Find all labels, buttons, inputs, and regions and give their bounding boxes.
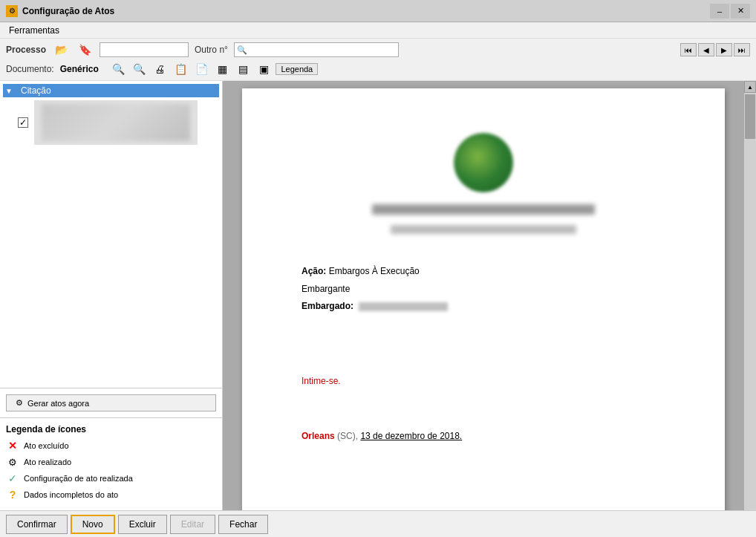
doc-location: Orleans (SC), 13 de dezembro de 2018.: [302, 431, 665, 441]
acao-label: Ação:: [302, 266, 326, 276]
tree-citacao[interactable]: ▼ Citação: [3, 84, 219, 97]
window-title: Configuração de Atos: [22, 6, 710, 16]
main-content: ▼ Citação ✓ ⚙ Gerar atos agora Legenda d…: [0, 81, 756, 510]
processo-label: Processo: [6, 45, 46, 55]
view2-icon[interactable]: ▤: [234, 61, 252, 77]
city-text: Orleans: [302, 431, 335, 441]
toolbar: Processo 📂 🔖 Outro n° 🔍 ⏮ ◀ ▶ ⏭ Document…: [0, 39, 756, 81]
embargante-label: Embargante: [302, 284, 350, 294]
gerar-label: Gerar atos agora: [27, 399, 89, 408]
zoom-out-icon[interactable]: 🔍: [109, 61, 127, 77]
copy-icon[interactable]: 📋: [172, 61, 189, 77]
ferramentas-menu[interactable]: Ferramentas: [3, 24, 65, 37]
excluir-button[interactable]: Excluir: [118, 515, 167, 534]
tree-area: ▼ Citação ✓: [0, 81, 222, 388]
zoom-in-icon[interactable]: 🔍: [130, 61, 148, 77]
nav-prev-button[interactable]: ◀: [698, 43, 714, 56]
fechar-button[interactable]: Fechar: [218, 515, 268, 534]
scroll-thumb[interactable]: [745, 94, 755, 139]
scroll-up-arrow[interactable]: ▲: [744, 81, 756, 93]
legend-item-incompleto: ? Dados incompletos do ato: [6, 488, 216, 501]
acao-value: Embargos À Execução: [329, 266, 420, 276]
search-icon[interactable]: 🔍: [235, 45, 250, 55]
legend-area: Legenda de ícones ✕ Ato excluído ⚙ Ato r…: [0, 417, 222, 510]
child-preview: [34, 100, 198, 145]
outro-label: Outro n°: [195, 45, 228, 55]
doc-action: Intime-se.: [302, 376, 665, 386]
acao-line: Ação: Embargos À Execução: [302, 264, 665, 280]
blurred-preview-image: [42, 104, 190, 141]
gerar-icon: ⚙: [16, 398, 23, 408]
editar-button[interactable]: Editar: [170, 515, 215, 534]
document-page: Ação: Embargos À Execução Embargante Emb…: [242, 88, 725, 510]
nav-first-button[interactable]: ⏮: [680, 43, 697, 56]
legend-item-configuracao: ✓ Configuração de ato realizada: [6, 472, 216, 485]
legend-title: Legenda de ícones: [6, 424, 216, 435]
gear-icon: ⚙: [8, 457, 17, 468]
incompleto-icon: ?: [6, 488, 19, 501]
tree-checkbox[interactable]: ✓: [18, 117, 28, 128]
doc-header-text1: [372, 204, 595, 215]
legenda-button[interactable]: Legenda: [276, 63, 318, 75]
realizado-icon: ⚙: [6, 455, 19, 469]
actions-area: ⚙ Gerar atos agora: [0, 388, 222, 417]
doc-body: Ação: Embargos À Execução Embargante Emb…: [302, 264, 665, 315]
nav-next-button[interactable]: ▶: [716, 43, 732, 56]
app-icon: ⚙: [6, 5, 18, 17]
doc-scroll-area[interactable]: Ação: Embargos À Execução Embargante Emb…: [223, 81, 744, 510]
view1-icon[interactable]: ▦: [213, 61, 231, 77]
processo-input[interactable]: [100, 42, 189, 57]
novo-button[interactable]: Novo: [71, 515, 115, 534]
nav-last-button[interactable]: ⏭: [734, 43, 750, 56]
legend-item-realizado: ⚙ Ato realizado: [6, 455, 216, 469]
tree-citacao-label: Citação: [18, 84, 219, 97]
date-text: 13 de dezembro de 2018.: [360, 431, 462, 441]
right-panel: Ação: Embargos À Execução Embargante Emb…: [223, 81, 756, 510]
paste-icon[interactable]: 📄: [192, 61, 210, 77]
documento-label: Documento:: [6, 64, 54, 74]
bookmark-icon[interactable]: 🔖: [76, 42, 94, 58]
excluido-label: Ato excluído: [24, 441, 69, 450]
view3-icon[interactable]: ▣: [255, 61, 273, 77]
realizado-label: Ato realizado: [24, 458, 71, 466]
window-controls: – ✕: [710, 4, 750, 19]
x-icon: ✕: [8, 440, 17, 452]
doc-header-text2: [391, 225, 576, 234]
embargado-label: Embargado:: [302, 301, 353, 311]
intime-se-text: Intime-se.: [302, 376, 341, 386]
excluido-icon: ✕: [6, 439, 19, 452]
tree-child: ✓: [18, 100, 219, 145]
minimize-button[interactable]: –: [710, 4, 729, 19]
check-icon: ✓: [8, 472, 17, 484]
configuracao-icon: ✓: [6, 472, 19, 485]
print-icon[interactable]: 🖨: [151, 61, 169, 77]
confirmar-button[interactable]: Confirmar: [6, 515, 68, 534]
doc-header: [302, 133, 665, 234]
outro-input[interactable]: [250, 43, 398, 56]
menu-bar: Ferramentas: [0, 22, 756, 39]
doc-logo: [454, 133, 513, 192]
incompleto-label: Dados incompletos do ato: [24, 490, 118, 499]
configuracao-label: Configuração de ato realizada: [24, 474, 133, 483]
nav-buttons: ⏮ ◀ ▶ ⏭: [680, 43, 750, 56]
bottom-toolbar: Confirmar Novo Excluir Editar Fechar: [0, 510, 756, 537]
tree-expand-icon[interactable]: ▼: [3, 85, 15, 97]
embargante-line: Embargante: [302, 281, 665, 298]
search-box: 🔍: [234, 42, 399, 57]
gerar-atos-button[interactable]: ⚙ Gerar atos agora: [6, 394, 216, 411]
close-button[interactable]: ✕: [731, 4, 750, 19]
question-icon: ?: [10, 489, 16, 501]
sc-text: (SC),: [337, 431, 360, 441]
left-panel: ▼ Citação ✓ ⚙ Gerar atos agora Legenda d…: [0, 81, 223, 510]
legend-item-excluido: ✕ Ato excluído: [6, 439, 216, 452]
title-bar: ⚙ Configuração de Atos – ✕: [0, 0, 756, 22]
embargado-line: Embargado:: [302, 299, 665, 315]
open-icon[interactable]: 📂: [52, 42, 70, 58]
embargado-value: [359, 302, 448, 311]
vertical-scrollbar[interactable]: ▲: [744, 81, 756, 510]
documento-type: Genérico: [60, 64, 99, 74]
